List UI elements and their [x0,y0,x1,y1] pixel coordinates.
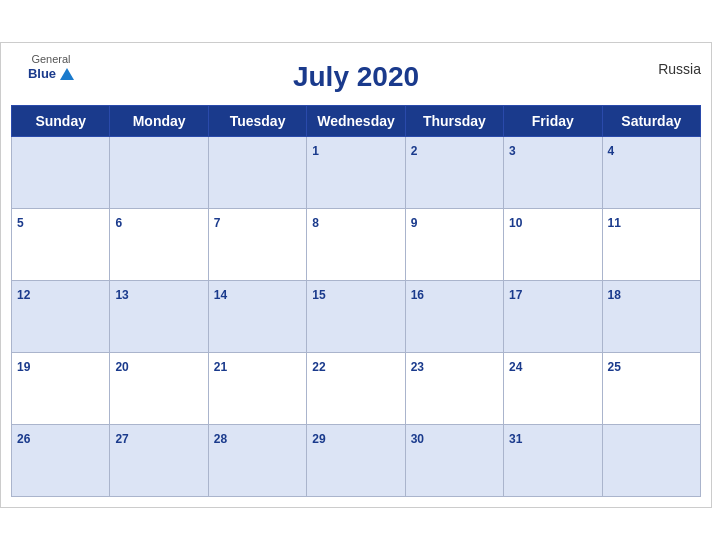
calendar-cell: 24 [504,353,602,425]
week-row-2: 567891011 [12,209,701,281]
day-number: 27 [115,432,128,446]
week-row-5: 262728293031 [12,425,701,497]
calendar-cell: 7 [208,209,306,281]
col-wednesday: Wednesday [307,106,405,137]
day-number: 26 [17,432,30,446]
col-thursday: Thursday [405,106,503,137]
day-number: 25 [608,360,621,374]
calendar-cell: 15 [307,281,405,353]
day-number: 22 [312,360,325,374]
logo-blue-text: Blue [28,66,74,82]
day-number: 2 [411,144,418,158]
day-number: 1 [312,144,319,158]
day-number: 12 [17,288,30,302]
calendar-container: General Blue July 2020 Russia Sunday Mon… [0,42,712,508]
calendar-cell [110,137,208,209]
calendar-cell: 22 [307,353,405,425]
calendar-cell: 4 [602,137,700,209]
week-row-4: 19202122232425 [12,353,701,425]
calendar-cell: 1 [307,137,405,209]
calendar-cell: 30 [405,425,503,497]
calendar-cell: 31 [504,425,602,497]
calendar-cell: 3 [504,137,602,209]
logo-triangle-icon [60,68,74,80]
calendar-cell: 9 [405,209,503,281]
day-number: 4 [608,144,615,158]
day-number: 15 [312,288,325,302]
days-of-week-row: Sunday Monday Tuesday Wednesday Thursday… [12,106,701,137]
calendar-cell: 27 [110,425,208,497]
calendar-cell: 6 [110,209,208,281]
day-number: 6 [115,216,122,230]
calendar-table: Sunday Monday Tuesday Wednesday Thursday… [11,105,701,497]
week-row-3: 12131415161718 [12,281,701,353]
col-friday: Friday [504,106,602,137]
day-number: 31 [509,432,522,446]
calendar-cell [602,425,700,497]
day-number: 30 [411,432,424,446]
calendar-cell: 13 [110,281,208,353]
day-number: 10 [509,216,522,230]
calendar-cell: 26 [12,425,110,497]
day-number: 9 [411,216,418,230]
day-number: 16 [411,288,424,302]
calendar-cell: 14 [208,281,306,353]
calendar-cell: 11 [602,209,700,281]
calendar-cell: 20 [110,353,208,425]
col-monday: Monday [110,106,208,137]
country-label: Russia [658,61,701,77]
calendar-cell: 12 [12,281,110,353]
col-saturday: Saturday [602,106,700,137]
day-number: 13 [115,288,128,302]
calendar-cell: 5 [12,209,110,281]
calendar-cell: 17 [504,281,602,353]
day-number: 17 [509,288,522,302]
calendar-cell: 10 [504,209,602,281]
calendar-cell: 8 [307,209,405,281]
calendar-cell: 28 [208,425,306,497]
calendar-header: General Blue July 2020 Russia [11,53,701,105]
day-number: 24 [509,360,522,374]
calendar-cell: 21 [208,353,306,425]
calendar-cell: 29 [307,425,405,497]
day-number: 3 [509,144,516,158]
calendar-cell: 16 [405,281,503,353]
logo-general-text: General [31,53,70,66]
day-number: 29 [312,432,325,446]
day-number: 7 [214,216,221,230]
calendar-cell: 2 [405,137,503,209]
col-tuesday: Tuesday [208,106,306,137]
day-number: 18 [608,288,621,302]
calendar-cell: 19 [12,353,110,425]
calendar-title: July 2020 [293,61,419,93]
day-number: 20 [115,360,128,374]
day-number: 23 [411,360,424,374]
logo-area: General Blue [11,53,91,82]
calendar-cell [12,137,110,209]
day-number: 14 [214,288,227,302]
day-number: 8 [312,216,319,230]
day-number: 21 [214,360,227,374]
calendar-cell: 25 [602,353,700,425]
col-sunday: Sunday [12,106,110,137]
logo-blue-word: Blue [28,66,56,82]
day-number: 28 [214,432,227,446]
week-row-1: 1234 [12,137,701,209]
calendar-cell: 23 [405,353,503,425]
day-number: 5 [17,216,24,230]
day-number: 11 [608,216,621,230]
calendar-cell: 18 [602,281,700,353]
calendar-cell [208,137,306,209]
day-number: 19 [17,360,30,374]
